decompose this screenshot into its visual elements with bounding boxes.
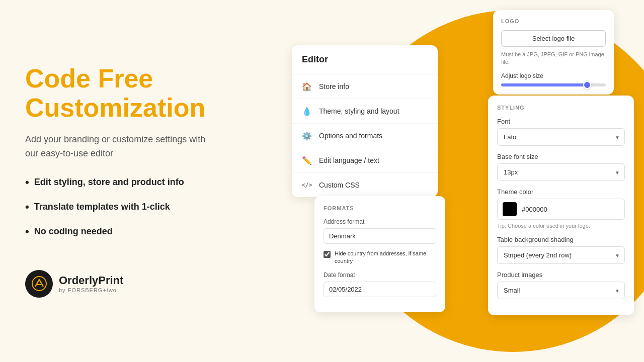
date-format-input[interactable]: [324, 282, 436, 297]
formats-card: FORMATS Address format Hide country from…: [314, 196, 445, 312]
formats-section-title: FORMATS: [324, 205, 436, 211]
editor-menu-language[interactable]: ✏️ Edit language / text: [292, 148, 438, 173]
hide-country-checkbox[interactable]: [324, 251, 331, 258]
hide-country-label: Hide country from addresses, if same cou…: [335, 250, 436, 265]
date-format-label: Date format: [324, 272, 436, 279]
theme-color-field: Theme color #000000 Tip: Choose a color …: [497, 188, 625, 229]
brand-logo-area: OrderlyPrint by FORSBERG+two: [25, 270, 236, 298]
logo-size-slider-track[interactable]: [501, 83, 606, 86]
brand-sub: by FORSBERG+two: [59, 287, 123, 293]
editor-menu-css[interactable]: </> Custom CSS: [292, 173, 438, 197]
date-format-field: Date format: [324, 272, 436, 297]
color-tip: Tip: Choose a color used in your logo.: [497, 223, 625, 229]
product-images-label: Product images: [497, 271, 625, 279]
editor-menu-store-info[interactable]: 🏠 Store info: [292, 74, 438, 99]
theme-color-row[interactable]: #000000: [497, 199, 625, 220]
font-label: Font: [497, 118, 625, 125]
color-swatch: [503, 202, 517, 216]
css-label: Custom CSS: [319, 181, 360, 189]
hide-country-row: Hide country from addresses, if same cou…: [324, 250, 436, 265]
table-bg-select[interactable]: Striped (every 2nd row): [497, 246, 625, 264]
table-bg-select-wrapper: Striped (every 2nd row): [497, 246, 625, 264]
address-format-label: Address format: [324, 218, 436, 225]
edit-icon: ✏️: [302, 155, 312, 165]
product-images-select[interactable]: Small: [497, 282, 625, 299]
base-font-select-wrapper: 13px: [497, 163, 625, 181]
select-logo-button[interactable]: Select logo file: [501, 30, 606, 47]
editor-card: Editor 🏠 Store info 💧 Theme, styling and…: [292, 45, 438, 197]
product-images-field: Product images Small: [497, 271, 625, 299]
base-font-field: Base font size 13px: [497, 153, 625, 181]
base-font-select[interactable]: 13px: [497, 163, 625, 181]
product-images-select-wrapper: Small: [497, 282, 625, 299]
base-font-label: Base font size: [497, 153, 625, 160]
home-icon: 🏠: [302, 81, 312, 92]
font-select[interactable]: Lato: [497, 128, 625, 146]
editor-header: Editor: [292, 45, 438, 74]
options-label: Options and formats: [319, 132, 382, 140]
theme-color-label: Theme color: [497, 188, 625, 196]
logo-hint: Must be a JPG, JPEG, GIF or PNG image fi…: [501, 51, 606, 66]
svg-point-0: [32, 277, 46, 291]
theme-label: Theme, styling and layout: [319, 107, 399, 115]
table-bg-field: Table background shading Striped (every …: [497, 236, 625, 264]
address-format-input[interactable]: [324, 228, 436, 244]
subtitle: Add your branding or customize settings …: [25, 132, 216, 161]
logo-size-slider-thumb[interactable]: [583, 81, 591, 89]
font-field: Font Lato: [497, 118, 625, 146]
ui-container: Editor 🏠 Store info 💧 Theme, styling and…: [262, 0, 644, 362]
brand-text: OrderlyPrint by FORSBERG+two: [59, 274, 123, 293]
theme-icon: 💧: [302, 106, 312, 116]
logo-section-title: LOGO: [501, 18, 606, 24]
table-bg-label: Table background shading: [497, 236, 625, 243]
bullet-item-2: Translate templates with 1-click: [25, 201, 216, 215]
options-icon: ⚙️: [302, 131, 312, 141]
editor-menu-options[interactable]: ⚙️ Options and formats: [292, 124, 438, 148]
main-title: Code Free Customization: [25, 64, 236, 122]
left-panel: Code Free Customization Add your brandin…: [0, 0, 262, 362]
brand-icon: [25, 270, 53, 298]
language-label: Edit language / text: [319, 156, 379, 164]
store-info-label: Store info: [319, 82, 349, 90]
styling-section-title: STYLING: [497, 105, 625, 111]
color-value: #000000: [522, 206, 547, 213]
css-icon: </>: [302, 180, 312, 190]
bullet-item-3: No coding needed: [25, 225, 216, 240]
address-format-field: Address format: [324, 218, 436, 244]
bullet-list: Edit styling, store and product info Tra…: [25, 176, 236, 249]
bullet-item-1: Edit styling, store and product info: [25, 176, 216, 191]
adjust-logo-label: Adjust logo size: [501, 72, 606, 79]
right-panel: Editor 🏠 Store info 💧 Theme, styling and…: [262, 0, 644, 362]
logo-card: LOGO Select logo file Must be a JPG, JPE…: [493, 10, 614, 95]
brand-name: OrderlyPrint: [59, 274, 123, 287]
styling-card: STYLING Font Lato Base font size 13px: [488, 96, 634, 315]
font-select-wrapper: Lato: [497, 128, 625, 146]
editor-menu-theme[interactable]: 💧 Theme, styling and layout: [292, 99, 438, 124]
